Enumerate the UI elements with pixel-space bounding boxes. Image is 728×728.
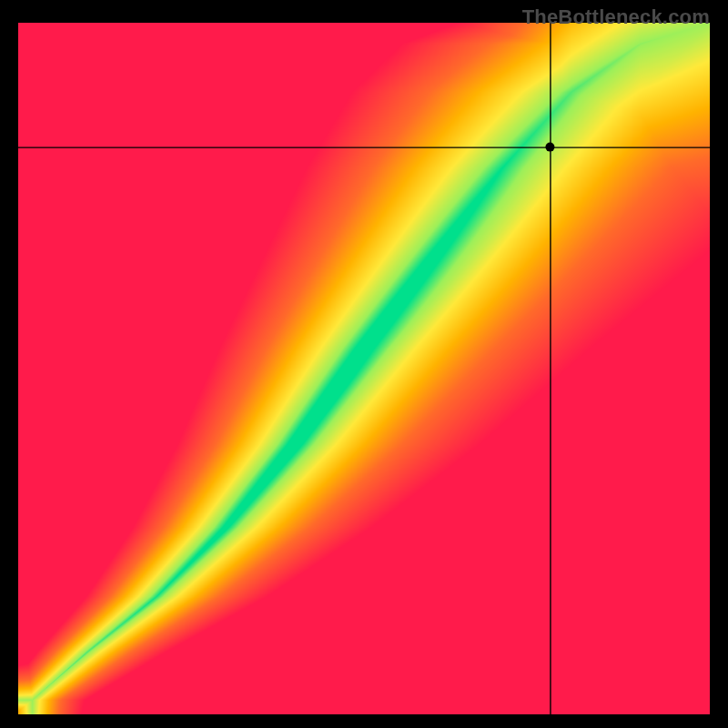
watermark-text: TheBottleneck.com — [522, 5, 710, 29]
crosshair-overlay — [18, 23, 710, 714]
chart-container: TheBottleneck.com — [0, 0, 728, 728]
